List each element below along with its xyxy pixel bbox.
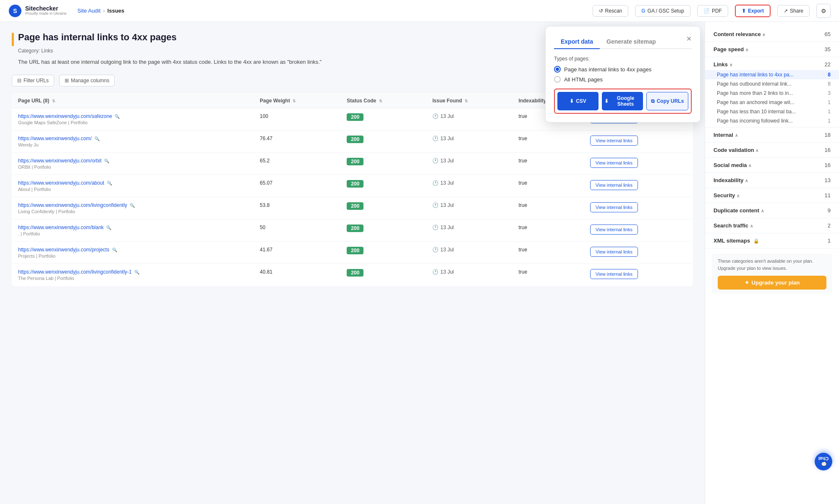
cell-action-4: View internal links	[584, 197, 693, 219]
breadcrumb-parent[interactable]: Site Audit	[78, 8, 101, 14]
cell-indexability-6: true	[512, 241, 584, 264]
url-link-0[interactable]: https://www.wenxinwendyju.com/safezone	[18, 113, 112, 119]
sidebar-category-0[interactable]: Content relevance ∧ 65	[705, 29, 839, 40]
url-link-2[interactable]: https://www.wenxinwendyju.com/orbit	[18, 158, 102, 164]
cell-date-7: 🕐 13 Jul	[426, 264, 512, 286]
breadcrumb: Site Audit › Issues	[78, 8, 125, 14]
chat-widget[interactable]: 💬 Chat	[815, 453, 832, 470]
google-sheets-button[interactable]: ⬇ Google Sheets	[602, 92, 643, 110]
date-icon-4: 🕐	[432, 202, 439, 208]
url-subtitle-5: . | Portfolio	[18, 231, 248, 236]
url-link-6[interactable]: https://www.wenxinwendyju.com/projects	[18, 247, 109, 253]
url-link-3[interactable]: https://www.wenxinwendyju.com/about	[18, 180, 104, 186]
cell-url-2: https://www.wenxinwendyju.com/orbit 🔍 OR…	[12, 152, 254, 175]
export-button[interactable]: ⬆ Export	[735, 5, 771, 17]
sidebar-item-2-0[interactable]: Page has internal links to 4xx pa... 8	[705, 70, 839, 79]
cell-action-2: View internal links	[584, 152, 693, 175]
cell-date-5: 🕐 13 Jul	[426, 219, 512, 241]
sidebar-item-count-2-4: 1	[828, 109, 831, 115]
cell-action-6: View internal links	[584, 241, 693, 264]
view-internal-links-btn-3[interactable]: View internal links	[590, 180, 638, 190]
view-internal-links-btn-1[interactable]: View internal links	[590, 136, 638, 146]
export-data-tab[interactable]: Export data	[554, 35, 600, 49]
date-val-3: 13 Jul	[440, 180, 454, 186]
sidebar-category-9[interactable]: Search traffic ∧ 2	[705, 220, 839, 231]
date-icon-7: 🕐	[432, 269, 439, 275]
cell-indexability-7: true	[512, 264, 584, 286]
sidebar-item-2-5[interactable]: Page has incoming followed link... 1	[705, 116, 839, 125]
search-icon-1: 🔍	[94, 136, 99, 141]
sidebar-category-5[interactable]: Social media ∧ 16	[705, 159, 839, 171]
date-icon-2: 🕐	[432, 158, 439, 164]
sidebar-category-4[interactable]: Code validation ∧ 16	[705, 144, 839, 156]
sidebar-item-2-1[interactable]: Page has outbound internal link... 8	[705, 79, 839, 89]
sidebar-item-2-4[interactable]: Page has less than 10 internal ba... 1	[705, 107, 839, 116]
export-icon: ⬆	[742, 8, 746, 14]
view-internal-links-btn-6[interactable]: View internal links	[590, 247, 638, 257]
view-internal-links-btn-5[interactable]: View internal links	[590, 225, 638, 235]
sidebar-category-7[interactable]: Security ∧ 11	[705, 190, 839, 201]
sidebar-cat-label-4: Code validation ∧	[714, 147, 758, 153]
url-link-7[interactable]: https://www.wenxinwendyju.com/livingconf…	[18, 269, 132, 275]
status-badge-0: 200	[347, 113, 363, 121]
sidebar-cat-count-5: 16	[825, 162, 831, 168]
pdf-button[interactable]: 📄 PDF	[697, 5, 728, 17]
radio-item-4xx[interactable]: Page has internal links to 4xx pages	[554, 66, 692, 73]
settings-button[interactable]: ⚙	[816, 4, 831, 18]
sidebar-category-6[interactable]: Indexability ∧ 13	[705, 175, 839, 186]
url-link-1[interactable]: https://www.wenxinwendyju.com/	[18, 136, 91, 141]
cell-date-0: 🕐 13 Jul	[426, 108, 512, 130]
sidebar-cat-label-5: Social media ∧	[714, 162, 751, 168]
logo[interactable]: S Sitechecker Proudly made in Ukraine	[8, 4, 67, 18]
ga-gsc-button[interactable]: G GA / GSC Setup	[635, 5, 690, 17]
cell-weight-2: 65.2	[254, 152, 341, 175]
close-popup-button[interactable]: ✕	[686, 35, 692, 48]
sidebar-category-3[interactable]: Internal ∧ 18	[705, 129, 839, 141]
manage-columns-button[interactable]: ⊞ Manage columns	[59, 75, 115, 86]
view-internal-links-btn-7[interactable]: View internal links	[590, 269, 638, 279]
sidebar-category-1[interactable]: Page speed ∧ 35	[705, 44, 839, 55]
url-link-5[interactable]: https://www.wenxinwendyju.com/blank	[18, 225, 104, 230]
sort-weight: ⇅	[293, 99, 296, 103]
cell-url-1: https://www.wenxinwendyju.com/ 🔍 Wendy J…	[12, 130, 254, 152]
export-popup-tabs: Export data Generate sitemap ✕	[554, 35, 692, 49]
copy-urls-button[interactable]: ⧉ Copy URLs	[646, 92, 688, 110]
col-page-weight[interactable]: Page Weight ⇅	[254, 93, 341, 108]
col-page-url[interactable]: Page URL (8) ⇅	[12, 93, 254, 108]
sidebar-item-2-3[interactable]: Page has an anchored image wit... 1	[705, 98, 839, 107]
sidebar-chevron-8: ∧	[761, 209, 764, 213]
sidebar-item-count-2-0: 8	[828, 72, 831, 78]
page-title: Page has internal links to 4xx pages	[18, 32, 177, 43]
search-icon-6: 🔍	[112, 248, 117, 252]
cell-indexability-2: true	[512, 152, 584, 175]
sidebar-cat-count-7: 11	[825, 192, 831, 198]
col-status-code[interactable]: Status Code ⇅	[341, 93, 426, 108]
filter-urls-button[interactable]: ⊟ Filter URLs	[12, 75, 54, 86]
cell-status-3: 200	[341, 175, 426, 197]
radio-item-all-html[interactable]: All HTML pages	[554, 76, 692, 83]
cell-weight-3: 65.07	[254, 175, 341, 197]
col-issue-found[interactable]: Issue Found ⇅	[426, 93, 512, 108]
columns-icon: ⊞	[65, 78, 69, 84]
sidebar-category-8[interactable]: Duplicate content ∧ 9	[705, 205, 839, 216]
topnav: S Sitechecker Proudly made in Ukraine Si…	[0, 0, 839, 22]
sidebar-cat-label-7: Security ∧	[714, 192, 740, 198]
sidebar-item-2-2[interactable]: Page has more than 2 links to in... 3	[705, 89, 839, 98]
cell-url-4: https://www.wenxinwendyju.com/livingconf…	[12, 197, 254, 219]
url-link-4[interactable]: https://www.wenxinwendyju.com/livingconf…	[18, 202, 127, 208]
generate-sitemap-tab[interactable]: Generate sitemap	[600, 35, 663, 49]
cell-date-1: 🕐 13 Jul	[426, 130, 512, 152]
rescan-button[interactable]: ↺ Rescan	[593, 5, 629, 17]
url-subtitle-7: The Persona Lab | Portfolio	[18, 276, 248, 281]
upgrade-label: Upgrade your plan	[752, 279, 800, 286]
cell-status-0: 200	[341, 108, 426, 130]
sidebar-category-10[interactable]: XML sitemaps 🔒 1	[705, 235, 839, 246]
sidebar-category-2[interactable]: Links ∨ 22	[705, 59, 839, 70]
view-internal-links-btn-4[interactable]: View internal links	[590, 202, 638, 212]
share-button[interactable]: ↗ Share	[777, 5, 810, 17]
csv-button[interactable]: ⬇ CSV	[557, 92, 599, 110]
upgrade-button[interactable]: ✦ Upgrade your plan	[718, 276, 826, 290]
view-internal-links-btn-2[interactable]: View internal links	[590, 158, 638, 168]
search-icon-0: 🔍	[115, 114, 120, 119]
table-row: https://www.wenxinwendyju.com/ 🔍 Wendy J…	[12, 130, 693, 152]
